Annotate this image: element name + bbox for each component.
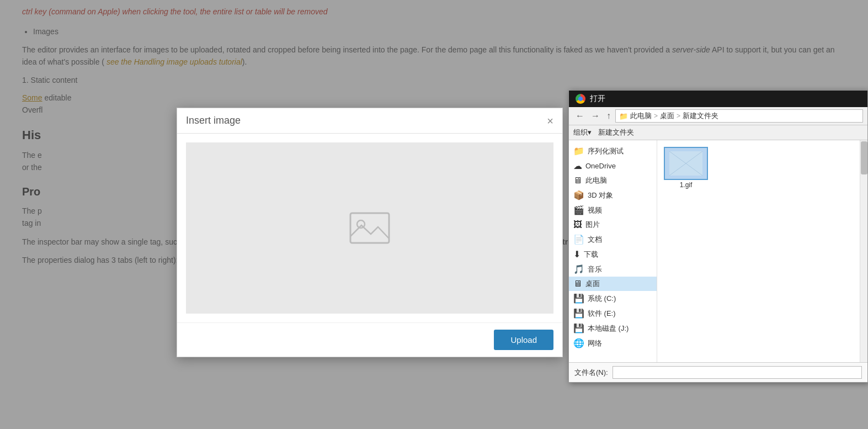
drive-e-icon: 💾 [573,308,584,319]
address-sep1: > [654,112,658,120]
downloads-icon: ⬇ [573,249,581,259]
desktop-icon: 🖥 [573,279,582,289]
3d-icon: 📦 [573,190,584,200]
organize-button[interactable]: 组织▾ [573,128,592,137]
address-desktop: 桌面 [660,111,674,121]
sidebar-item-label: 视频 [588,205,602,215]
sidebar-item-music[interactable]: 🎵 音乐 [569,262,657,277]
address-pc: 此电脑 [630,111,652,121]
drive-j-icon: 💾 [573,323,584,333]
sidebar-item-serialization[interactable]: 📁 序列化测试 [569,144,657,158]
file-explorer-action-bar: 组织▾ 新建文件夹 [569,125,867,140]
file-area: 1.gif [657,140,867,362]
folder-icon: 📁 [573,146,584,156]
up-button[interactable]: ↑ [604,110,613,122]
sidebar-item-label: 系统 (C:) [588,294,616,304]
sidebar-item-documents[interactable]: 📄 文档 [569,232,657,247]
sidebar-item-label: 3D 对象 [588,190,613,200]
scrollbar-thumb[interactable] [861,141,867,174]
modal-close-button[interactable]: × [547,115,553,126]
modal-footer: Upload [177,322,562,357]
drive-c-icon: 💾 [573,293,584,304]
new-folder-button[interactable]: 新建文件夹 [598,128,634,137]
sidebar-item-label: 音乐 [588,264,602,274]
pc-icon: 🖥 [573,176,582,186]
sidebar-item-video[interactable]: 🎬 视频 [569,203,657,218]
file-explorer-main: 📁 序列化测试 ☁ OneDrive 🖥 此电脑 📦 3D 对象 🎬 视频 🖼 [569,140,867,362]
sidebar-item-label: 网络 [588,338,602,348]
address-folder: 新建文件夹 [683,111,718,121]
sidebar-item-softwaree[interactable]: 💾 软件 (E:) [569,306,657,321]
filename-label: 文件名(N): [574,368,608,378]
forward-button[interactable]: → [589,110,602,122]
file-explorer-bottom-bar: 文件名(N): [569,362,867,382]
pictures-icon: 🖼 [573,220,582,230]
sidebar-item-label: 本地磁盘 (J:) [588,324,629,333]
sidebar-item-label: OneDrive [585,162,616,170]
sidebar-item-label: 软件 (E:) [588,309,616,319]
sidebar-item-label: 此电脑 [585,176,607,186]
svg-rect-0 [350,213,389,243]
music-icon: 🎵 [573,264,584,274]
address-bar: 📁 此电脑 > 桌面 > 新建文件夹 [615,109,863,123]
sidebar-item-label: 下载 [584,250,598,259]
sidebar-item-3dobjects[interactable]: 📦 3D 对象 [569,188,657,203]
sidebar-item-downloads[interactable]: ⬇ 下载 [569,247,657,262]
network-icon: 🌐 [573,338,584,348]
sidebar-item-systemc[interactable]: 💾 系统 (C:) [569,291,657,306]
modal-body [177,134,562,322]
file-explorer-toolbar: ← → ↑ 📁 此电脑 > 桌面 > 新建文件夹 [569,107,867,125]
address-folder-icon: 📁 [619,112,628,120]
file-explorer-titlebar: 打开 [569,91,867,107]
video-icon: 🎬 [573,205,584,215]
file-item-gif[interactable]: 1.gif [664,147,708,189]
address-sep2: > [677,112,680,120]
scrollbar-track[interactable] [860,140,867,362]
sidebar-item-onedrive[interactable]: ☁ OneDrive [569,158,657,173]
sidebar-item-network[interactable]: 🌐 网络 [569,336,657,351]
sidebar-item-thispc[interactable]: 🖥 此电脑 [569,173,657,188]
sidebar-item-label: 序列化测试 [588,146,624,156]
sidebar-item-label: 图片 [585,220,600,230]
gif-preview-image [669,151,702,176]
modal-header: Insert image × [177,108,562,134]
onedrive-icon: ☁ [573,161,582,171]
image-placeholder-icon [348,209,392,247]
sidebar-item-localj[interactable]: 💾 本地磁盘 (J:) [569,321,657,336]
back-button[interactable]: ← [573,110,587,122]
modal-title: Insert image [186,115,241,126]
sidebar-item-desktop[interactable]: 🖥 桌面 [569,277,657,291]
sidebar-item-label: 桌面 [585,279,600,289]
filename-input[interactable] [613,366,862,379]
sidebar-item-pictures[interactable]: 🖼 图片 [569,218,657,232]
image-preview-area [186,142,553,314]
file-explorer-title: 打开 [590,94,605,104]
documents-icon: 📄 [573,234,584,245]
file-explorer-sidebar: 📁 序列化测试 ☁ OneDrive 🖥 此电脑 📦 3D 对象 🎬 视频 🖼 [569,140,657,362]
file-thumbnail [664,147,708,180]
chrome-icon [576,94,585,104]
upload-button[interactable]: Upload [494,330,553,350]
insert-image-modal: Insert image × Upload [177,108,563,357]
sidebar-item-label: 文档 [588,235,602,245]
file-name-label: 1.gif [680,181,693,189]
file-explorer-window: 打开 ← → ↑ 📁 此电脑 > 桌面 > 新建文件夹 组织▾ 新建文件夹 📁 … [568,90,868,383]
